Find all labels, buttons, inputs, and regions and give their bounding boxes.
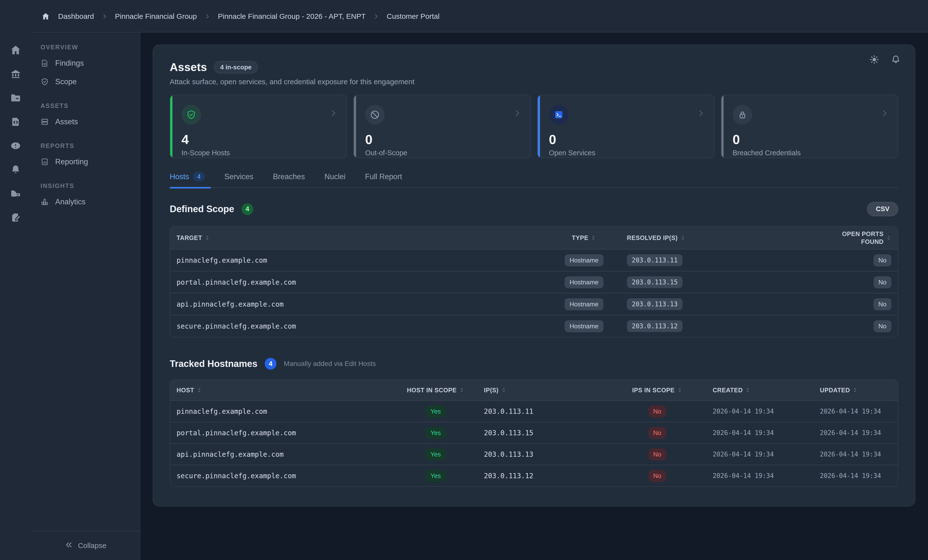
table-row[interactable]: api.pinnaclefg.example.com Yes 203.0.113… <box>170 443 898 465</box>
rail-item-alerts[interactable] <box>10 140 21 152</box>
stat-card-breached-credentials[interactable]: 0 Breached Credentials <box>721 95 898 158</box>
column-header-resolved-ips[interactable]: RESOLVED IP(S) <box>627 234 820 241</box>
column-header-target[interactable]: TARGET <box>177 234 541 241</box>
rail-item-projects[interactable] <box>10 93 21 104</box>
breadcrumb-item-client[interactable]: Pinnacle Financial Group <box>115 12 197 20</box>
tab-label: Nuclei <box>325 172 346 181</box>
page-subtitle: Attack surface, open services, and crede… <box>170 78 898 86</box>
ips-cell: 203.0.113.13 <box>484 450 602 458</box>
sidebar-item-label: Reporting <box>55 157 88 166</box>
stat-card-out-of-scope[interactable]: 0 Out-of-Scope <box>353 95 531 158</box>
tab-full-report[interactable]: Full Report <box>365 172 404 187</box>
host-in-scope-badge: Yes <box>426 449 446 461</box>
sort-icon <box>677 388 682 393</box>
sort-icon <box>745 388 751 393</box>
sidebar-item-scope[interactable]: Scope <box>41 76 140 88</box>
sort-icon <box>205 235 210 240</box>
stat-card-open-services[interactable]: 0 Open Services <box>537 95 714 158</box>
column-header-updated[interactable]: UPDATED <box>820 387 891 394</box>
double-chevron-left-icon <box>65 541 73 551</box>
target-cell: api.pinnaclefg.example.com <box>177 300 541 308</box>
breadcrumb-item-engagement[interactable]: Pinnacle Financial Group - 2026 - APT, E… <box>218 12 366 20</box>
table-row[interactable]: portal.pinnaclefg.example.com Yes 203.0.… <box>170 422 898 443</box>
sort-icon <box>591 235 596 240</box>
stat-card-in-scope-hosts[interactable]: 4 In-Scope Hosts <box>170 95 347 158</box>
resolved-ip-badge: 203.0.113.12 <box>627 320 682 332</box>
collapse-sidebar-button[interactable]: Collapse <box>65 541 107 551</box>
rail-item-organizations[interactable] <box>10 69 21 80</box>
table-row[interactable]: portal.pinnaclefg.example.com Hostname 2… <box>170 271 898 293</box>
document-icon <box>41 59 49 67</box>
sidebar-item-findings[interactable]: Findings <box>41 57 140 69</box>
rail-item-credentials[interactable] <box>10 188 21 200</box>
column-header-host-in-scope[interactable]: HOST IN SCOPE <box>407 387 464 394</box>
host-cell: secure.pinnaclefg.example.com <box>177 472 387 480</box>
breadcrumb-item-customer-portal[interactable]: Customer Portal <box>386 12 440 20</box>
column-header-host[interactable]: HOST <box>177 387 387 394</box>
column-header-ips-in-scope[interactable]: IPS IN SCOPE <box>632 387 682 394</box>
table-row[interactable]: pinnaclefg.example.com Hostname 203.0.11… <box>170 249 898 271</box>
type-badge: Hostname <box>565 254 603 266</box>
analytics-icon <box>41 198 49 206</box>
column-header-ips[interactable]: IP(S) <box>484 387 602 394</box>
accent-stripe <box>721 95 723 158</box>
type-badge: Hostname <box>565 320 603 332</box>
tab-nuclei[interactable]: Nuclei <box>325 172 347 187</box>
type-badge: Hostname <box>565 276 603 288</box>
updated-cell: 2026-04-14 19:34 <box>820 429 891 436</box>
stat-label: Out-of-Scope <box>365 149 520 157</box>
tracked-hostnames-heading: Tracked Hostnames <box>170 359 257 369</box>
stats-row: 4 In-Scope Hosts 0 Out-of-Scope 0 Open S… <box>170 95 898 158</box>
host-in-scope-badge: Yes <box>426 406 446 417</box>
ips-in-scope-badge: No <box>649 427 666 439</box>
home-icon[interactable] <box>41 12 50 20</box>
created-cell: 2026-04-14 19:34 <box>713 408 820 415</box>
created-cell: 2026-04-14 19:34 <box>713 429 820 436</box>
accent-stripe <box>354 95 356 158</box>
tab-services[interactable]: Services <box>224 172 255 187</box>
table-row[interactable]: api.pinnaclefg.example.com Hostname 203.… <box>170 293 898 315</box>
type-badge: Hostname <box>565 298 603 310</box>
sidebar-item-analytics[interactable]: Analytics <box>41 196 140 208</box>
breadcrumb-item-dashboard[interactable]: Dashboard <box>58 12 94 20</box>
bell-icon <box>891 55 901 66</box>
theme-toggle-button[interactable] <box>869 55 880 66</box>
updated-cell: 2026-04-14 19:34 <box>820 408 891 415</box>
sidebar-item-assets[interactable]: Assets <box>41 116 140 128</box>
column-header-created[interactable]: CREATED <box>713 387 820 394</box>
rail-item-notifications[interactable] <box>10 164 21 176</box>
sidebar-section-assets: ASSETS <box>41 102 140 110</box>
tab-breaches[interactable]: Breaches <box>273 172 307 187</box>
edit-document-icon <box>10 212 21 224</box>
report-icon <box>41 158 49 166</box>
sidebar-item-reporting[interactable]: Reporting <box>41 156 140 168</box>
stat-label: Open Services <box>549 149 704 157</box>
topbar: Dashboard Pinnacle Financial Group Pinna… <box>0 0 928 32</box>
tab-hosts[interactable]: Hosts 4 <box>170 172 206 187</box>
file-code-icon <box>10 116 21 128</box>
rail-item-edit-notes[interactable] <box>10 212 21 224</box>
notifications-button[interactable] <box>890 55 901 66</box>
csv-export-button[interactable]: CSV <box>867 202 898 216</box>
sun-icon <box>869 55 879 66</box>
table-row[interactable]: pinnaclefg.example.com Yes 203.0.113.11 … <box>170 400 898 422</box>
sort-icon <box>886 235 891 240</box>
host-in-scope-badge: Yes <box>426 470 446 482</box>
table-row[interactable]: secure.pinnaclefg.example.com Yes 203.0.… <box>170 465 898 486</box>
rail-item-code[interactable] <box>10 116 21 128</box>
host-cell: api.pinnaclefg.example.com <box>177 450 387 458</box>
tracked-hostnames-count-badge: 4 <box>265 358 276 369</box>
column-header-open-ports[interactable]: OPEN PORTS FOUND <box>827 230 891 246</box>
defined-scope-table: TARGET TYPE RESOLVED IP(S) OPEN PORTS FO… <box>170 226 898 337</box>
rail-item-home[interactable] <box>10 45 21 56</box>
tab-label: Hosts <box>170 172 189 181</box>
sort-icon <box>680 235 685 240</box>
column-header-type[interactable]: TYPE <box>572 234 596 241</box>
host-in-scope-badge: Yes <box>426 427 446 439</box>
sidebar-item-label: Scope <box>55 77 77 86</box>
tab-label: Breaches <box>273 172 305 181</box>
stat-value: 0 <box>365 133 520 146</box>
created-cell: 2026-04-14 19:34 <box>713 451 820 458</box>
table-row[interactable]: secure.pinnaclefg.example.com Hostname 2… <box>170 315 898 337</box>
ips-cell: 203.0.113.12 <box>484 472 602 480</box>
